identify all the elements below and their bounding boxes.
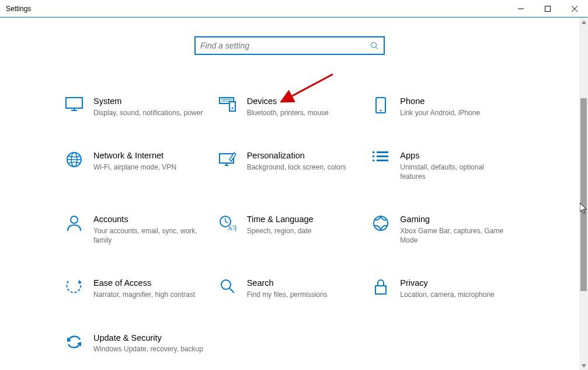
tile-title: Time & Language [247, 214, 357, 225]
tile-subtitle: Your accounts, email, sync, work, family [93, 226, 204, 245]
svg-point-15 [231, 108, 233, 109]
tile-subtitle: Location, camera, microphone [400, 290, 510, 299]
search-icon [370, 41, 379, 50]
close-button[interactable] [561, 0, 588, 17]
tile-network[interactable]: Network & Internet Wi-Fi, airplane mode,… [64, 150, 208, 181]
lock-icon [371, 278, 391, 295]
vertical-scrollbar[interactable] [579, 18, 588, 370]
minimize-button[interactable] [507, 0, 534, 17]
tile-time-language[interactable]: A字 Time & Language Speech, region, date [218, 214, 362, 245]
tile-subtitle: Speech, region, date [247, 226, 357, 236]
tile-subtitle: Xbox Game Bar, captures, Game Mode [400, 226, 510, 245]
tile-subtitle: Wi-Fi, airplane mode, VPN [93, 162, 204, 172]
tile-accounts[interactable]: Accounts Your accounts, email, sync, wor… [64, 214, 208, 245]
tile-title: Update & Security [93, 333, 204, 344]
svg-line-33 [225, 222, 228, 223]
window-title: Settings [6, 5, 31, 13]
svg-rect-24 [373, 151, 374, 153]
tile-title: Accounts [93, 214, 204, 225]
tile-subtitle: Windows Update, recovery, backup [93, 344, 204, 354]
tile-subtitle: Bluetooth, printers, mouse [247, 108, 357, 117]
titlebar: Settings [0, 0, 588, 18]
tile-title: Gaming [400, 214, 510, 225]
svg-rect-27 [377, 151, 388, 153]
search-input[interactable] [200, 41, 370, 50]
system-icon [64, 96, 84, 111]
svg-text:A字: A字 [228, 224, 236, 231]
tile-title: System [93, 96, 204, 107]
tile-title: Search [247, 278, 357, 289]
svg-point-35 [374, 216, 388, 230]
tile-title: Ease of Access [93, 278, 204, 289]
maximize-button[interactable] [534, 0, 561, 17]
svg-point-37 [221, 280, 231, 289]
tile-devices[interactable]: Devices Bluetooth, printers, mouse [218, 96, 362, 117]
svg-marker-4 [582, 20, 586, 24]
gaming-icon [371, 214, 391, 231]
svg-line-38 [229, 288, 234, 293]
apps-icon [371, 150, 391, 164]
tile-phone[interactable]: Phone Link your Android, iPhone [371, 96, 515, 117]
person-icon [64, 214, 84, 231]
devices-icon [218, 96, 238, 112]
ease-of-access-icon [64, 278, 84, 295]
svg-marker-5 [582, 364, 586, 368]
tile-search[interactable]: Search Find my files, permissions [218, 278, 362, 299]
svg-rect-14 [229, 102, 235, 111]
svg-rect-28 [377, 155, 388, 157]
search-box[interactable] [194, 36, 385, 55]
tile-privacy[interactable]: Privacy Location, camera, microphone [371, 278, 515, 299]
tile-ease-of-access[interactable]: Ease of Access Narrator, magnifier, high… [64, 278, 208, 299]
phone-icon [371, 96, 391, 113]
tile-title: Apps [400, 150, 510, 161]
personalization-icon [218, 150, 238, 167]
svg-rect-8 [66, 98, 82, 108]
time-language-icon: A字 [218, 214, 238, 231]
tile-gaming[interactable]: Gaming Xbox Game Bar, captures, Game Mod… [371, 214, 515, 245]
tile-title: Network & Internet [93, 150, 204, 161]
tile-title: Personalization [247, 150, 357, 161]
settings-grid: System Display, sound, notifications, po… [64, 96, 515, 354]
svg-rect-29 [377, 160, 388, 161]
svg-rect-39 [375, 286, 386, 294]
tile-title: Devices [247, 96, 357, 107]
window-controls [507, 0, 588, 17]
scroll-up-arrow-icon[interactable] [579, 18, 588, 26]
tile-title: Privacy [400, 278, 510, 289]
tile-subtitle: Uninstall, defaults, optional features [400, 162, 510, 181]
scroll-thumb[interactable] [580, 98, 587, 291]
update-icon [64, 333, 84, 350]
svg-line-7 [376, 47, 378, 50]
svg-rect-1 [545, 6, 551, 11]
tile-update-security[interactable]: Update & Security Windows Update, recove… [64, 333, 208, 354]
svg-point-6 [371, 43, 377, 48]
tile-subtitle: Background, lock screen, colors [247, 162, 357, 172]
scroll-down-arrow-icon[interactable] [579, 361, 588, 370]
tile-system[interactable]: System Display, sound, notifications, po… [64, 96, 208, 117]
svg-rect-26 [373, 160, 374, 161]
magnifier-icon [218, 278, 238, 294]
tile-subtitle: Display, sound, notifications, power [93, 108, 204, 117]
globe-icon [64, 150, 84, 168]
svg-point-17 [380, 110, 382, 112]
tile-personalization[interactable]: Personalization Background, lock screen,… [218, 150, 362, 181]
tile-apps[interactable]: Apps Uninstall, defaults, optional featu… [371, 150, 515, 181]
tile-subtitle: Find my files, permissions [247, 290, 357, 299]
svg-point-30 [71, 216, 78, 223]
tile-title: Phone [400, 96, 510, 107]
tile-subtitle: Link your Android, iPhone [400, 108, 510, 117]
content-area: System Display, sound, notifications, po… [0, 18, 579, 370]
svg-rect-25 [373, 155, 374, 157]
tile-subtitle: Narrator, magnifier, high contrast [93, 290, 204, 299]
